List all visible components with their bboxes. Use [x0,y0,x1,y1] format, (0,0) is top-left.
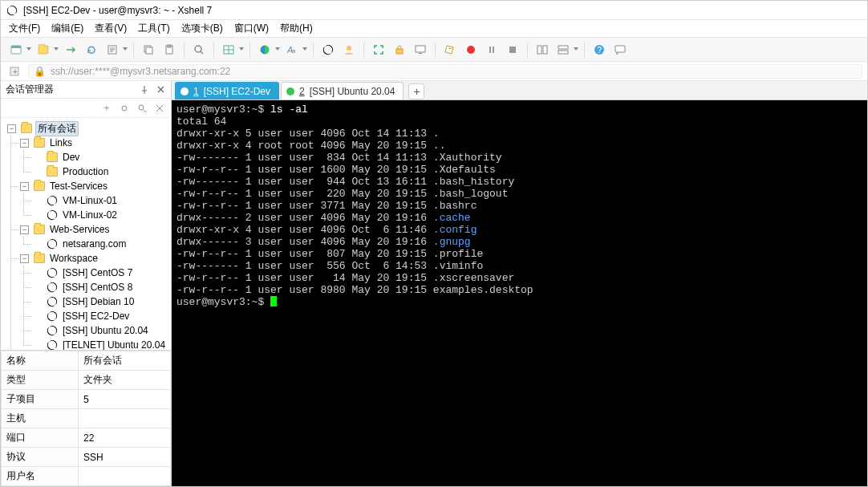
sb-add-icon[interactable]: ＋ [100,102,113,115]
tree-item[interactable]: Production [31,164,169,179]
tree-label[interactable]: [SSH] EC2-Dev [61,310,131,322]
separator [435,43,436,57]
tb-open-folder-icon[interactable] [34,41,52,59]
collapse-icon[interactable]: − [20,139,29,148]
address-text: ssh://user:****@mysvr3.netsarang.com:22 [51,66,857,77]
tree-label[interactable]: VM-Linux-02 [61,209,119,221]
tb-reconnect-icon[interactable] [83,41,100,59]
addr-back-plus-icon[interactable]: + [6,63,23,80]
tb-new-session-icon[interactable] [7,41,25,59]
tree-item[interactable]: [SSH] EC2-Dev [31,309,169,323]
tree-item[interactable]: [SSH] CentOS 8 [31,280,169,294]
tree-label[interactable]: [TELNET] Ubuntu 20.04 [61,339,167,350]
session-icon [47,310,58,322]
tb-xshell-icon[interactable] [319,41,337,59]
tb-fullscreen-icon[interactable] [370,41,387,59]
tree-label[interactable]: Web-Services [48,224,111,235]
collapse-icon[interactable]: − [7,124,16,133]
prop-row: 名称所有会话 [2,351,171,371]
tb-search-icon[interactable] [190,41,208,59]
tb-properties-icon[interactable] [103,41,121,59]
menu-edit[interactable]: 编辑(E) [51,22,83,35]
tb-layout-icon[interactable] [220,41,237,59]
tb-copy-icon[interactable] [140,41,157,59]
folder-icon [47,152,58,162]
dd-icon[interactable] [54,47,59,52]
tb-connect-icon[interactable] [62,41,79,59]
tree-label[interactable]: Production [61,166,110,177]
session-tree[interactable]: − 所有会话 −Links Dev Production [1,118,171,350]
dd-icon[interactable] [239,47,244,52]
tree-label[interactable]: VM-Linux-01 [61,195,119,206]
main-area: 1 [SSH] EC2-Dev 2 [SSH] Ubuntu 20.04 + u… [172,81,867,486]
tb-pause-icon[interactable] [483,41,501,59]
tb-user-icon[interactable] [340,41,358,59]
folder-icon [21,124,32,133]
menu-window[interactable]: 窗口(W) [234,22,269,35]
tree-root[interactable]: − 所有会话 [6,121,169,136]
menu-help[interactable]: 帮助(H) [280,22,313,35]
tree-label[interactable]: Test-Services [48,181,109,192]
tb-paste-icon[interactable] [160,41,178,59]
tb-lock-icon[interactable] [391,41,408,59]
terminal[interactable]: user@mysvr3:~$ ls -al total 64 drwxr-xr-… [172,100,867,486]
tb-font-icon[interactable]: Aa [283,41,301,59]
menu-tools[interactable]: 工具(T) [138,22,169,35]
menu-tabs[interactable]: 选项卡(B) [181,22,223,35]
close-icon[interactable] [155,84,166,95]
dd-icon[interactable] [123,47,128,52]
tree-folder-test[interactable]: −Test-Services [18,179,169,193]
sb-link-icon[interactable] [118,102,131,115]
collapse-icon[interactable]: − [20,225,29,234]
tree-item[interactable]: [SSH] CentOS 7 [31,266,169,280]
sb-delete-icon[interactable] [153,102,166,115]
session-icon [47,296,58,307]
tree-item[interactable]: netsarang.com [31,237,169,251]
tb-feedback-icon[interactable] [611,41,629,59]
tree-label[interactable]: [SSH] Debian 10 [61,296,136,307]
tb-stop-icon[interactable] [504,41,521,59]
tree-item[interactable]: Dev [31,150,169,164]
pin-icon[interactable] [139,84,150,95]
tb-help-icon[interactable]: ? [590,41,608,59]
sb-search-icon[interactable] [136,102,148,115]
menu-file[interactable]: 文件(F) [9,22,40,35]
tree-label[interactable]: Workspace [48,253,99,264]
tb-screen-icon[interactable] [412,41,429,59]
tb-record-icon[interactable] [462,41,480,59]
menu-view[interactable]: 查看(V) [95,22,127,35]
collapse-icon[interactable]: − [20,254,29,263]
tb-tile-v-icon[interactable] [533,41,551,59]
tree-item[interactable]: [SSH] Ubuntu 20.04 [31,323,169,338]
tree-label[interactable]: 所有会话 [35,121,79,136]
folder-icon [47,167,58,177]
tree-item[interactable]: [TELNET] Ubuntu 20.04 [31,338,169,350]
dd-icon[interactable] [302,47,307,52]
tree-label[interactable]: [SSH] Ubuntu 20.04 [61,325,150,336]
tree-folder-links[interactable]: −Links [18,136,169,150]
tb-color-icon[interactable] [256,41,274,59]
address-input[interactable]: 🔒 ssh://user:****@mysvr3.netsarang.com:2… [28,64,862,79]
tree-item[interactable]: [SSH] Debian 10 [31,294,169,309]
tb-tile-h-icon[interactable] [554,41,572,59]
collapse-icon[interactable]: − [20,182,29,191]
tree-item[interactable]: VM-Linux-02 [31,208,169,222]
tab-ubuntu[interactable]: 2 [SSH] Ubuntu 20.04 [281,82,404,99]
tree-folder-workspace[interactable]: −Workspace [18,251,169,266]
svg-rect-18 [489,47,491,53]
tree-label[interactable]: Dev [61,152,81,163]
prop-key: 名称 [2,351,79,371]
tree-label[interactable]: netsarang.com [61,238,128,250]
tb-script-icon[interactable] [441,41,459,59]
tree-label[interactable]: [SSH] CentOS 8 [61,282,134,293]
tree-label[interactable]: Links [48,137,74,148]
dd-icon[interactable] [574,47,578,52]
prop-val: 文件夹 [79,371,171,390]
tab-ec2dev[interactable]: 1 [SSH] EC2-Dev [175,82,279,99]
dd-icon[interactable] [26,47,31,52]
tab-add-button[interactable]: + [408,83,424,99]
dd-icon[interactable] [275,47,280,52]
tree-label[interactable]: [SSH] CentOS 7 [61,267,134,278]
tree-folder-web[interactable]: −Web-Services [18,222,169,237]
tree-item[interactable]: VM-Linux-01 [31,193,169,208]
